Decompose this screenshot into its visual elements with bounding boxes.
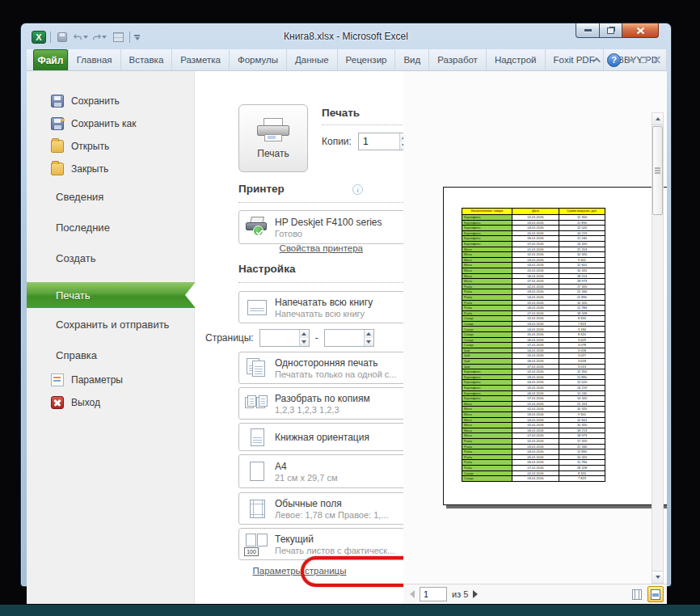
preview-table-cell: 02.01.2016	[512, 471, 559, 477]
printer-properties-link[interactable]: Свойства принтера	[280, 243, 363, 253]
pages-to-input[interactable]	[325, 330, 364, 346]
scroll-down-button[interactable]	[652, 571, 663, 583]
show-margins-button[interactable]	[629, 586, 645, 602]
sidebar-item[interactable]: Параметры	[27, 373, 195, 386]
preview-table-cell: Картофель	[462, 369, 512, 375]
close-button[interactable]	[622, 23, 659, 38]
copies-input[interactable]	[359, 133, 399, 150]
preview-table-cell: Сахар	[462, 332, 512, 338]
tab-7[interactable]: Вид	[395, 49, 429, 70]
tab-4[interactable]: Формулы	[230, 49, 287, 70]
pages-from-down[interactable]	[300, 338, 309, 346]
preview-table-cell: 02.01.2016	[512, 316, 559, 322]
pages-from-input[interactable]	[260, 330, 299, 346]
tab-5[interactable]: Данные	[287, 49, 338, 70]
preview-table-cell: 11 240	[559, 236, 605, 242]
sidebar-item[interactable]: Сохранить как	[27, 117, 195, 130]
previous-page-icon[interactable]	[410, 590, 415, 598]
sides-dropdown[interactable]: Односторонняя печать Печатать только на …	[238, 352, 420, 384]
tab-file[interactable]: Файл	[33, 49, 68, 70]
preview-table-cell: Рыба	[462, 455, 512, 461]
scaling-subtitle: Печать листов с фактическ...	[275, 546, 403, 555]
sidebar-item-print-selected[interactable]: Печать	[27, 282, 195, 308]
sidebar-item[interactable]: Сведения	[27, 191, 195, 203]
tab-3[interactable]: Разметка	[172, 49, 230, 70]
print-what-dropdown[interactable]: Напечатать всю книгу Напечатать всю книг…	[238, 291, 420, 323]
collate-title: Разобрать по копиям	[275, 393, 403, 404]
preview-table-cell: 10 320	[559, 268, 605, 274]
pages-to-down[interactable]	[365, 338, 373, 346]
preview-scrollbar[interactable]	[652, 112, 664, 584]
preview-table-cell: Мясо	[462, 279, 512, 285]
help-button[interactable]: ?	[607, 53, 621, 67]
tab-6[interactable]: Рецензир	[338, 49, 396, 70]
printer-dropdown[interactable]: HP Deskjet F4100 series Готово	[238, 210, 420, 244]
tab-9[interactable]: Надстрой	[487, 49, 546, 70]
preview-table-cell: 3 027	[559, 353, 605, 359]
workbook-restore-button[interactable]	[640, 57, 647, 63]
preview-table-cell: 07.01.2016	[512, 311, 559, 317]
save-as-icon	[51, 117, 64, 130]
print-button-label: Печать	[257, 148, 289, 159]
restore-button[interactable]	[600, 23, 622, 38]
sidebar-item[interactable]: Создать	[27, 252, 195, 264]
sidebar-item-label: Параметры	[71, 374, 123, 386]
paper-size-dropdown[interactable]: A4 21 см x 29,7 см	[238, 454, 420, 488]
preview-table-cell: 11 784	[559, 306, 605, 311]
pages-from-spinner[interactable]	[259, 329, 310, 347]
preview-table-cell: Мясо	[462, 423, 512, 428]
ribbon-right-controls: ?	[595, 49, 660, 70]
scroll-up-button[interactable]	[652, 113, 663, 125]
preview-table-cell: 07.01.2016	[512, 365, 559, 370]
collate-dropdown[interactable]: Разобрать по копиям 1,2,3 1,2,3 1,2,3	[238, 387, 420, 420]
preview-page: Наименование товараДатаСумма выручки, ру…	[443, 187, 667, 505]
workbook-close-button[interactable]	[653, 57, 660, 64]
copies-spinner[interactable]	[358, 133, 410, 150]
margins-dropdown[interactable]: Обычные поля Левое: 1,78 см Правое: 1,..…	[238, 492, 420, 525]
orientation-dropdown[interactable]: Книжная ориентация	[238, 423, 420, 451]
sides-title: Односторонняя печать	[275, 357, 403, 369]
options-icon	[51, 373, 64, 386]
preview-table-cell: 3 013	[559, 365, 605, 370]
tab-1[interactable]: Главная	[68, 49, 121, 70]
sidebar-item[interactable]: Закрыть	[27, 162, 195, 175]
print-button[interactable]: Печать	[238, 104, 308, 172]
pages-range-control: Страницы: -	[205, 329, 374, 347]
current-page-input[interactable]	[420, 587, 447, 601]
pages-dash: -	[315, 332, 318, 344]
preview-table-cell: Чай	[462, 348, 512, 354]
scrollbar-thumb[interactable]	[652, 126, 663, 215]
pages-to-up[interactable]	[365, 330, 373, 338]
sidebar-item-label: Выход	[71, 397, 100, 408]
preview-table-cell: 06.01.2016	[512, 236, 559, 242]
tab-8[interactable]: Разработ	[429, 49, 487, 70]
preview-table-cell: 14 219	[559, 386, 605, 391]
preview-table-cell: 03.01.2016	[512, 476, 559, 482]
preview-table-cell: Мясо	[462, 433, 512, 439]
page-setup-link[interactable]: Параметры страницы	[196, 566, 403, 576]
preview-table-cell: Сахар	[462, 316, 512, 322]
preview-table-cell: 11 240	[559, 391, 605, 397]
minimize-button[interactable]	[576, 23, 600, 38]
sidebar-item[interactable]: Открыть	[27, 140, 195, 153]
workbook-minimize-button[interactable]	[627, 59, 634, 61]
sidebar-item[interactable]: Справка	[27, 349, 195, 361]
next-page-icon[interactable]	[473, 590, 478, 598]
scaling-dropdown[interactable]: 100 Текущий Печать листов с фактическ...	[238, 528, 420, 560]
sidebar-item[interactable]: Выход	[27, 396, 195, 409]
zoom-to-page-button[interactable]	[647, 586, 664, 602]
pages-to-spinner[interactable]	[324, 329, 374, 347]
pages-from-up[interactable]	[300, 330, 309, 338]
preview-table-cell: 05.01.2016	[512, 386, 559, 391]
preview-table-cell: 06.01.2016	[512, 460, 559, 466]
preview-table-cell: 17 320	[559, 439, 605, 445]
preview-table-cell: 02.01.2016	[512, 215, 559, 221]
tab-2[interactable]: Вставка	[121, 49, 173, 70]
sidebar-item[interactable]: Последние	[27, 222, 195, 234]
preview-table-cell: 04.01.2016	[512, 418, 559, 424]
preview-table-cell: 04.01.2016	[512, 449, 559, 455]
title-bar[interactable]: X Книга8.xlsx - Microsoft Excel	[21, 23, 671, 49]
sidebar-item[interactable]: Сохранить	[27, 95, 195, 108]
sidebar-item[interactable]: Сохранить и отправить	[27, 319, 195, 331]
preview-table-cell: 10 320	[559, 301, 605, 306]
